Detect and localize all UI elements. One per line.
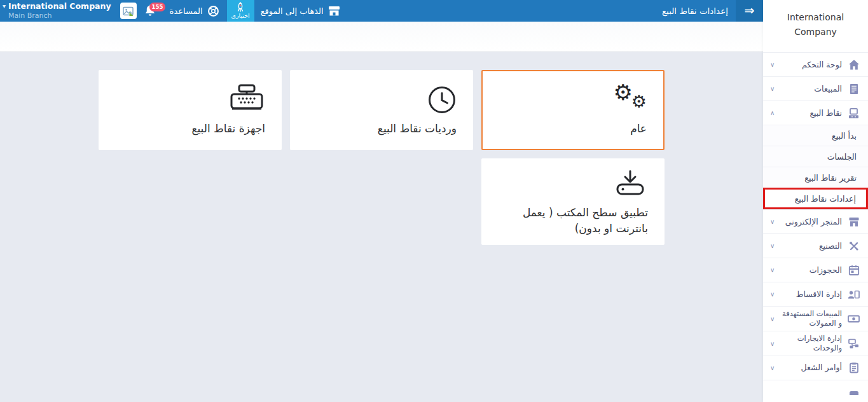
sidebar-item-target-sales-commissions[interactable]: المبيعات المستهدفة و العمولات ∨ [763, 306, 868, 331]
pos-icon [848, 107, 860, 119]
help-button[interactable]: المساعدة [170, 5, 219, 17]
chevron-down-icon: ∨ [770, 61, 775, 68]
chevron-down-icon: ∨ [770, 242, 775, 249]
sidebar-item-installments[interactable]: إدارة الاقساط ∨ [763, 282, 868, 306]
sidebar-item-online-store[interactable]: المتجر الإلكترونى ∨ [763, 209, 868, 233]
sidebar-item-manufacturing[interactable]: التصنيع ∨ [763, 233, 868, 258]
sidebar-item-rentals-units[interactable]: إدارة الايجارات والوحدات ∨ [763, 331, 868, 356]
sidebar-subitem-pos-settings[interactable]: إعدادات نقاط البيع [763, 188, 868, 209]
card-title: ورديات نقاط البيع [378, 121, 457, 137]
go-to-site-button[interactable]: الذهاب إلى الموقع [261, 6, 340, 17]
help-label: المساعدة [170, 6, 203, 16]
rocket-icon [235, 2, 245, 13]
sidebar-item-dashboard[interactable]: لوحة التحكم ∨ [763, 52, 868, 76]
sidebar-item-partial[interactable] [763, 380, 868, 402]
sidebar-toggle-button[interactable]: ⇒ [736, 0, 763, 22]
chevron-down-icon: ∨ [770, 340, 775, 347]
card-title: اجهزة نقاط البيع [191, 121, 265, 137]
units-icon [848, 338, 860, 350]
main-region: ⇒ إعدادات نقاط البيع الذهاب إلى الموقع [0, 0, 763, 402]
cash-register-icon [228, 83, 265, 116]
sidebar-item-reservations[interactable]: الحجوزات ∨ [763, 258, 868, 282]
sidebar-item-sales[interactable]: المبيعات ∨ [763, 76, 868, 100]
sidebar-subitem-pos-report[interactable]: تقرير نقاط البيع [763, 167, 868, 188]
chevron-down-icon: ∨ [770, 315, 775, 322]
image-icon [123, 6, 134, 17]
manufacturing-tools-icon [848, 240, 860, 252]
card-general-settings[interactable]: ⚙ ⚙ عام [481, 70, 665, 150]
chevron-down-icon: ∨ [770, 364, 775, 371]
sidebar: International Company لوحة التحكم ∨ المب… [763, 0, 868, 402]
sidebar-company-name[interactable]: International Company [763, 0, 868, 52]
chevron-down-icon: ∨ [770, 267, 775, 274]
notifications-button[interactable]: 155 [143, 4, 157, 18]
sales-icon [848, 83, 860, 95]
calendar-icon [848, 264, 860, 276]
pos-settings-page: { "topbar": { "title": "إعدادات نقاط الب… [0, 0, 868, 402]
trial-button[interactable]: اختيارى [227, 0, 254, 22]
clipboard-icon [848, 362, 860, 374]
topbar: ⇒ إعدادات نقاط البيع الذهاب إلى الموقع [0, 0, 763, 22]
card-pos-devices[interactable]: اجهزة نقاط البيع [99, 70, 282, 150]
company-name: International Company [8, 1, 111, 11]
card-pos-shifts[interactable]: ورديات نقاط البيع [290, 70, 473, 150]
branch-name: Main Branch [8, 11, 111, 20]
installments-icon [848, 288, 860, 300]
sidebar-item-pos[interactable]: نقاط البيع ∧ [763, 100, 868, 125]
header-strip [0, 22, 763, 52]
partial-icon [848, 385, 860, 398]
sidebar-item-work-orders[interactable]: أوامر الشغل ∨ [763, 356, 868, 380]
lifebuoy-icon [207, 5, 219, 17]
screenshot-button[interactable] [120, 3, 137, 19]
company-branch-selector[interactable]: International Company Main Branch ▾ [3, 1, 111, 20]
settings-cards: ⚙ ⚙ عام ورديات نقاط البيع [99, 52, 665, 245]
download-icon [612, 167, 648, 200]
online-store-icon [848, 216, 860, 228]
chevron-down-icon: ∨ [770, 218, 775, 225]
chevron-up-icon: ∧ [770, 109, 775, 116]
banknote-icon [848, 313, 860, 325]
card-title: عام [630, 121, 647, 137]
gears-icon: ⚙ ⚙ [611, 83, 647, 116]
card-title: تطبيق سطح المكتب ( يعمل بانترنت او بدون) [498, 205, 648, 236]
chevron-down-icon: ∨ [770, 291, 775, 298]
chevron-down-icon: ∨ [770, 85, 775, 92]
sidebar-toggle-icon: ⇒ [745, 4, 755, 17]
sidebar-subitem-start-selling[interactable]: بدأ البيع [763, 125, 868, 146]
sidebar-subitem-sessions[interactable]: الجلسات [763, 146, 868, 167]
notifications-count-badge: 155 [149, 3, 166, 12]
content-area: ⚙ ⚙ عام ورديات نقاط البيع [0, 52, 763, 402]
trial-label: اختيارى [231, 13, 250, 19]
clock-icon [427, 83, 457, 116]
home-icon [848, 59, 860, 71]
caret-down-icon: ▾ [3, 3, 6, 10]
company-names: International Company Main Branch [8, 1, 111, 20]
page-title: إعدادات نقاط البيع [662, 6, 728, 16]
card-desktop-app[interactable]: تطبيق سطح المكتب ( يعمل بانترنت او بدون) [481, 158, 665, 245]
go-to-site-label: الذهاب إلى الموقع [261, 6, 324, 16]
storefront-icon [328, 6, 340, 17]
